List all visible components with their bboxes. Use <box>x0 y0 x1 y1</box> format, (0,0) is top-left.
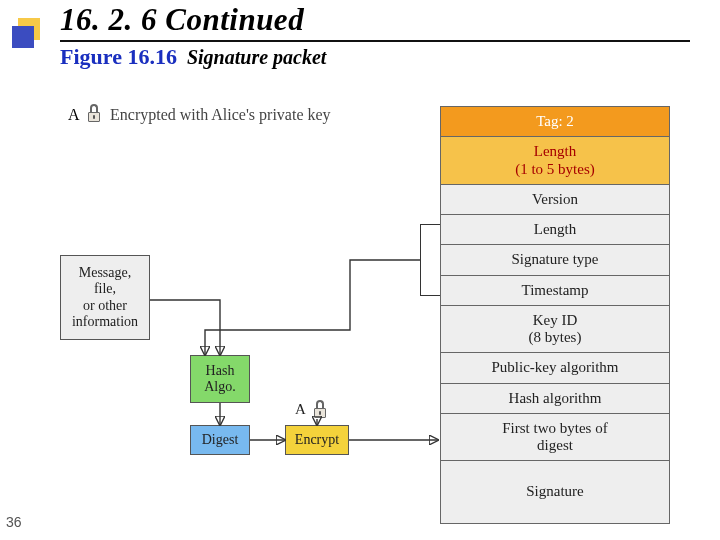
figure-number: Figure 16.16 <box>60 44 177 69</box>
figure-caption: Figure 16.16 Signature packet <box>60 44 690 70</box>
heading-rule <box>60 40 690 42</box>
figure-area: A Encrypted with Alice's private key Tag… <box>50 110 680 500</box>
section-title: 16. 2. 6 Continued <box>60 2 690 38</box>
slide-heading: 16. 2. 6 Continued Figure 16.16 Signatur… <box>60 2 690 70</box>
slide: 16. 2. 6 Continued Figure 16.16 Signatur… <box>0 0 720 540</box>
slide-number: 36 <box>6 514 22 530</box>
figure-title: Signature packet <box>187 46 326 68</box>
connectors <box>50 110 680 500</box>
slide-ornament <box>12 14 48 50</box>
